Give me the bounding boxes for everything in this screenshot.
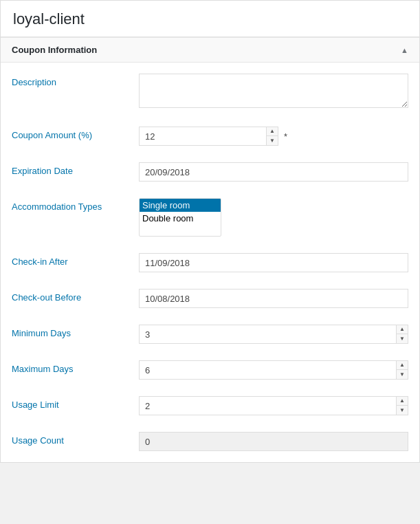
accommodation-types-label: Accommodation Types [12, 198, 139, 212]
usage-count-label: Usage Count [12, 432, 139, 446]
coupon-amount-spinner-buttons: ▲ ▼ [267, 127, 278, 146]
checkout-before-input[interactable] [139, 289, 408, 308]
coupon-amount-up-button[interactable]: ▲ [267, 127, 278, 136]
usage-limit-control: ▲ ▼ [139, 396, 408, 415]
accommodation-option-double: Double room [140, 212, 221, 225]
usage-limit-row: Usage Limit ▲ ▼ [1, 388, 419, 424]
expiration-date-control [139, 162, 408, 182]
description-row: Description [1, 65, 419, 118]
coupon-amount-down-button[interactable]: ▼ [267, 136, 278, 145]
accommodation-types-control: Single room Double room [139, 198, 408, 237]
page-wrapper: loyal-client Coupon Information ▲ Descri… [0, 0, 420, 463]
minimum-days-spinner-buttons: ▲ ▼ [397, 325, 408, 344]
usage-count-input [139, 432, 408, 451]
checkin-after-control [139, 253, 408, 272]
usage-limit-up-button[interactable]: ▲ [397, 397, 408, 406]
checkout-before-control [139, 289, 408, 308]
maximum-days-row: Maximum Days ▲ ▼ [1, 352, 419, 388]
minimum-days-label: Minimum Days [12, 325, 139, 338]
minimum-days-control: ▲ ▼ [139, 325, 408, 344]
coupon-information-section-header: Coupon Information ▲ [1, 37, 419, 63]
checkin-after-label: Check-in After [12, 253, 139, 267]
coupon-amount-label: Coupon Amount (%) [12, 127, 139, 140]
coupon-form: Description Coupon Amount (%) ▲ ▼ * [1, 63, 419, 462]
usage-limit-label: Usage Limit [12, 396, 139, 410]
checkout-before-label: Check-out Before [12, 289, 139, 303]
usage-count-row: Usage Count [1, 424, 419, 459]
usage-limit-down-button[interactable]: ▼ [397, 406, 408, 415]
minimum-days-spinner: ▲ ▼ [139, 325, 408, 344]
usage-count-control [139, 432, 408, 451]
minimum-days-input[interactable] [139, 325, 397, 344]
usage-limit-input[interactable] [139, 396, 397, 415]
accommodation-option-single: Single room [140, 199, 221, 212]
checkin-after-row: Check-in After [1, 245, 419, 281]
expiration-date-label: Expiration Date [12, 162, 139, 176]
maximum-days-control: ▲ ▼ [139, 360, 408, 380]
collapse-icon[interactable]: ▲ [401, 46, 408, 54]
required-asterisk: * [284, 131, 287, 142]
maximum-days-label: Maximum Days [12, 360, 139, 374]
checkout-before-row: Check-out Before [1, 281, 419, 316]
coupon-amount-wrapper: ▲ ▼ * [139, 127, 408, 146]
expiration-date-input[interactable] [139, 162, 408, 182]
description-control [139, 74, 408, 110]
accommodation-types-select[interactable]: Single room Double room [139, 198, 221, 237]
usage-limit-spinner: ▲ ▼ [139, 396, 408, 415]
coupon-amount-spinner: ▲ ▼ [139, 127, 278, 146]
description-textarea[interactable] [139, 74, 408, 108]
description-label: Description [12, 74, 139, 87]
accommodation-types-row: Accommodation Types Single room Double r… [1, 190, 419, 245]
checkin-after-input[interactable] [139, 253, 408, 272]
coupon-amount-input[interactable] [139, 127, 267, 146]
maximum-days-spinner: ▲ ▼ [139, 360, 408, 380]
coupon-amount-control: ▲ ▼ * [139, 127, 408, 146]
expiration-date-row: Expiration Date [1, 154, 419, 190]
maximum-days-input[interactable] [139, 360, 397, 380]
section-title: Coupon Information [12, 45, 97, 55]
maximum-days-down-button[interactable]: ▼ [397, 370, 408, 379]
coupon-amount-row: Coupon Amount (%) ▲ ▼ * [1, 118, 419, 154]
page-title: loyal-client [1, 1, 419, 37]
usage-count-wrapper [139, 432, 408, 451]
usage-limit-spinner-buttons: ▲ ▼ [397, 396, 408, 415]
maximum-days-spinner-buttons: ▲ ▼ [397, 360, 408, 380]
maximum-days-up-button[interactable]: ▲ [397, 361, 408, 370]
minimum-days-up-button[interactable]: ▲ [397, 325, 408, 334]
minimum-days-down-button[interactable]: ▼ [397, 334, 408, 343]
minimum-days-row: Minimum Days ▲ ▼ [1, 316, 419, 352]
